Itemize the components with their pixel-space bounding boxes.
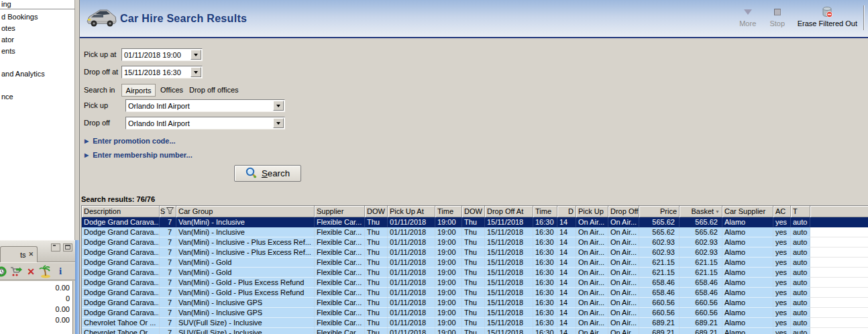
search-button[interactable]: Search	[234, 165, 301, 182]
table-cell: Dodge Grand Carava...	[82, 268, 160, 278]
filter-funnel-icon[interactable]	[166, 207, 174, 217]
promotion-code-expander[interactable]: ▶ Enter promotion code...	[85, 137, 176, 145]
table-cell: On Air...	[576, 278, 608, 288]
dropoff-combo[interactable]: Orlando Intl Airport	[125, 117, 285, 129]
table-cell: Alamo	[722, 278, 773, 288]
column-header-d[interactable]: D	[557, 206, 576, 217]
table-row[interactable]: Chevrolet Tahoe Or ...7SUV(Full Size) - …	[82, 328, 868, 334]
table-cell: Dodge Grand Carava...	[82, 288, 160, 298]
basket-panel-tab[interactable]: ts ✕	[0, 246, 38, 262]
column-header-drop-off[interactable]: Drop Off	[608, 206, 639, 217]
pickup-dropdown-icon[interactable]	[273, 101, 284, 111]
column-header-pick-up-at[interactable]: Pick Up At	[388, 206, 435, 217]
table-row[interactable]: Dodge Grand Carava...7Van(Mini) - Inclus…	[82, 237, 868, 247]
table-cell: Thu	[365, 227, 388, 237]
dropoff-at-field[interactable]: 15/11/2018 16:30	[121, 66, 203, 78]
table-cell: Van(Mini) - Inclusive	[176, 227, 315, 237]
palm-tree-icon[interactable]	[38, 265, 53, 278]
sidebar-item[interactable]: ator	[1, 36, 14, 44]
table-row[interactable]: Dodge Grand Carava...7Van(Mini) - Gold -…	[82, 288, 868, 298]
table-cell: auto	[791, 268, 810, 278]
sidebar-item[interactable]: d Bookings	[1, 13, 38, 21]
column-header-dow[interactable]: DOW	[365, 206, 388, 217]
dropoff-value[interactable]: Orlando Intl Airport	[126, 119, 273, 127]
navigation-sidebar: ingd Bookingsotesatorentsand Analyticsnc…	[0, 0, 75, 240]
column-header-basket[interactable]: Basket▼	[680, 206, 722, 217]
dropoff-at-value[interactable]: 15/11/2018 16:30	[122, 68, 191, 76]
table-cell: 01/11/2018	[388, 237, 435, 247]
column-header-time[interactable]: Time	[533, 206, 557, 217]
column-header-t[interactable]: T	[791, 206, 810, 217]
table-row[interactable]: Dodge Grand Carava...7Van(Mini) - Inclus…	[82, 298, 868, 308]
table-row[interactable]: Dodge Grand Carava...7Van(Mini) - Inclus…	[82, 217, 868, 227]
tab-offices[interactable]: Offices	[160, 86, 183, 94]
column-header-car-group[interactable]: Car Group	[176, 206, 315, 217]
column-header-s[interactable]: S	[160, 206, 176, 217]
column-header-time[interactable]: Time	[435, 206, 462, 217]
column-header-car-supplier[interactable]: Car Supplier	[722, 206, 773, 217]
maximize-panel-button[interactable]	[63, 243, 72, 252]
table-cell: 658.46	[639, 278, 680, 288]
table-cell: yes	[773, 237, 791, 247]
pickup-at-field[interactable]: 01/11/2018 19:00	[121, 48, 203, 61]
cart-icon[interactable]	[9, 265, 23, 278]
table-row[interactable]: Chevrolet Tahoe Or ...7SUV(Full Size) - …	[82, 318, 868, 328]
table-cell: 14	[557, 298, 576, 308]
refresh-clock-icon[interactable]	[0, 265, 9, 278]
erase-filtered-out-button[interactable]: Erase Filtered Out	[798, 7, 857, 27]
table-row[interactable]: Dodge Grand Carava...7Van(Mini) - Inclus…	[82, 308, 868, 318]
column-header-description[interactable]: Description	[82, 206, 160, 217]
minimize-panel-button[interactable]	[51, 243, 60, 252]
tab-airports[interactable]: Airports	[121, 84, 156, 97]
pickup-at-dropdown-icon[interactable]	[191, 50, 201, 60]
table-row[interactable]: Dodge Grand Carava...7Van(Mini) - GoldFl…	[82, 268, 868, 278]
table-cell: auto	[791, 217, 810, 227]
column-header-drop-off-at[interactable]: Drop Off At	[485, 206, 533, 217]
table-cell: auto	[791, 308, 810, 318]
pickup-at-value[interactable]: 01/11/2018 19:00	[122, 51, 191, 59]
pickup-value[interactable]: Orlando Intl Airport	[126, 102, 273, 110]
column-header-ac[interactable]: AC	[773, 206, 791, 217]
dropoff-dropdown-icon[interactable]	[273, 118, 284, 128]
table-cell-filler	[810, 278, 868, 288]
column-header-dow[interactable]: DOW	[462, 206, 485, 217]
more-button[interactable]: More	[739, 7, 757, 27]
column-header-price[interactable]: Price	[639, 206, 680, 217]
sidebar-item[interactable]: ing	[1, 0, 11, 9]
sort-desc-icon[interactable]: ▼	[715, 207, 720, 217]
column-header-pick-up[interactable]: Pick Up	[576, 206, 608, 217]
table-row[interactable]: Dodge Grand Carava...7Van(Mini) - Inclus…	[82, 227, 868, 237]
table-cell: Thu	[462, 288, 485, 298]
sidebar-item[interactable]: otes	[1, 24, 15, 33]
column-header-supplier[interactable]: Supplier	[315, 206, 365, 217]
sidebar-item[interactable]: and Analytics	[1, 70, 45, 78]
table-cell: yes	[773, 308, 791, 318]
info-icon[interactable]: i	[53, 265, 68, 278]
delete-icon[interactable]: ✕	[23, 265, 38, 278]
close-icon[interactable]: ✕	[28, 252, 34, 258]
pickup-combo[interactable]: Orlando Intl Airport	[125, 99, 285, 112]
table-cell: Van(Mini) - Inclusive - Plus Excess Ref.…	[176, 247, 315, 258]
table-row[interactable]: Dodge Grand Carava...7Van(Mini) - Inclus…	[82, 247, 868, 258]
table-cell: 658.46	[680, 288, 722, 298]
membership-number-expander[interactable]: ▶ Enter membership number...	[85, 151, 193, 159]
basket-total-value: 0.00	[0, 282, 72, 293]
table-cell: On Air...	[576, 258, 608, 268]
table-row[interactable]: Dodge Grand Carava...7Van(Mini) - GoldFl…	[82, 258, 868, 268]
dropoff-at-dropdown-icon[interactable]	[191, 67, 201, 77]
table-cell: Flexible Car...	[315, 217, 365, 227]
stop-button[interactable]: Stop	[768, 7, 787, 27]
table-cell: On Air...	[608, 308, 639, 318]
basket-panel-tab-label: ts	[20, 251, 26, 259]
table-cell: Thu	[365, 237, 388, 247]
sidebar-item[interactable]: ents	[1, 47, 15, 56]
table-cell: 660.56	[680, 308, 722, 318]
table-cell: 01/11/2018	[388, 217, 435, 227]
sidebar-item[interactable]: nce	[1, 93, 13, 101]
table-row[interactable]: Dodge Grand Carava...7Van(Mini) - Gold -…	[82, 278, 868, 288]
table-cell: auto	[791, 247, 810, 258]
table-cell: On Air...	[608, 268, 639, 278]
table-cell: 7	[160, 217, 176, 227]
tab-drop-off-offices[interactable]: Drop off offices	[189, 86, 239, 94]
table-cell: 01/11/2018	[388, 258, 435, 268]
